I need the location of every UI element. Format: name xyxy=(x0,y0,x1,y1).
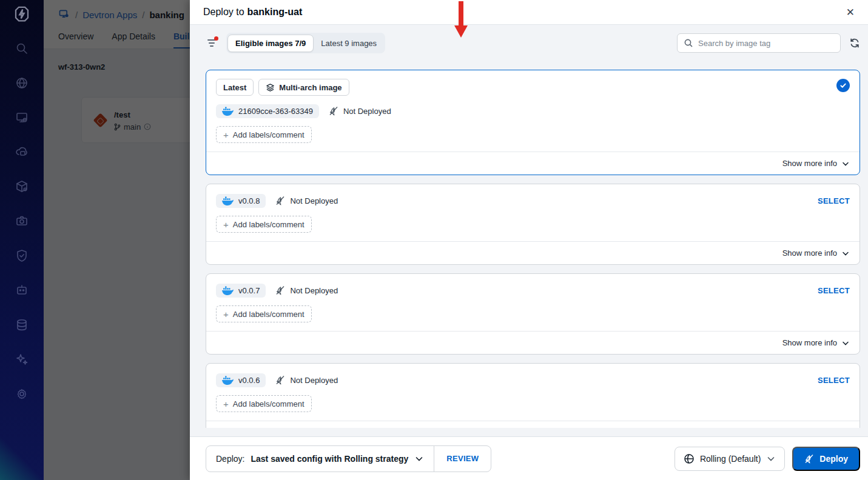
docker-icon xyxy=(222,286,234,295)
image-tag: 21609cce-363-63349 xyxy=(238,107,313,116)
docker-icon xyxy=(222,107,234,116)
search-input[interactable] xyxy=(698,39,834,48)
modal-body: Eligible images 7/9 Latest 9 images xyxy=(190,25,868,436)
filter-active-dot xyxy=(214,36,218,41)
add-labels-button[interactable]: + Add labels/comment xyxy=(216,395,312,412)
image-card: Latest Multi-arch image xyxy=(206,70,860,175)
strategy-dropdown[interactable]: Rolling (Default) xyxy=(675,447,785,471)
screen: / Devtron Apps / banking Overview App De… xyxy=(0,0,868,480)
latest-badge: Latest xyxy=(216,79,254,96)
security-icon[interactable] xyxy=(15,248,29,263)
plus-icon: + xyxy=(223,399,229,409)
add-labels-button[interactable]: + Add labels/comment xyxy=(216,126,312,143)
left-sidebar xyxy=(0,0,44,480)
close-icon[interactable]: ✕ xyxy=(846,7,855,18)
charts-icon[interactable] xyxy=(15,179,29,194)
add-labels-button[interactable]: + Add labels/comment xyxy=(216,216,312,233)
filter-icon[interactable] xyxy=(206,38,218,48)
chevron-down-icon xyxy=(841,249,850,258)
select-button[interactable]: SELECT xyxy=(818,376,850,385)
plus-icon: + xyxy=(223,130,229,140)
show-more-info[interactable]: Show more info xyxy=(206,331,860,354)
docker-icon xyxy=(222,376,234,385)
image-tag: v0.0.6 xyxy=(238,376,260,385)
image-search[interactable] xyxy=(677,33,841,53)
deploy-config-value: Last saved config with Rolling strategy xyxy=(251,454,408,464)
modal-title-env: banking-uat xyxy=(247,7,303,17)
deploy-button[interactable]: Deploy xyxy=(792,447,860,471)
image-tag-pill: v0.0.7 xyxy=(216,284,266,298)
search-icon[interactable] xyxy=(15,41,29,56)
plus-icon: + xyxy=(223,219,229,230)
jobs-icon[interactable] xyxy=(15,283,29,298)
modal-title-prefix: Deploy to xyxy=(203,7,244,17)
plus-icon: + xyxy=(223,309,229,319)
modal-header: Deploy tobanking-uat ✕ xyxy=(190,0,868,25)
review-button[interactable]: REVIEW xyxy=(434,446,491,472)
deploy-status: Not Deployed xyxy=(275,285,338,295)
deploy-config-label: Deploy: xyxy=(216,454,244,464)
image-tag-pill: v0.0.6 xyxy=(216,373,266,387)
image-card-list: Latest Multi-arch image xyxy=(206,70,860,436)
resource-browser-icon[interactable] xyxy=(15,318,29,332)
deploy-status: Not Deployed xyxy=(275,375,338,385)
image-tag-pill: 21609cce-363-63349 xyxy=(216,104,319,118)
image-tag: v0.0.8 xyxy=(238,196,260,205)
image-tag-pill: v0.0.8 xyxy=(216,194,266,208)
deploy-modal: Deploy tobanking-uat ✕ Eligible images 7… xyxy=(190,0,868,480)
app-management-icon[interactable] xyxy=(15,110,29,125)
rocket-slash-icon xyxy=(275,375,285,385)
deploy-status: Not Deployed xyxy=(275,196,338,205)
strategy-value: Rolling (Default) xyxy=(700,454,761,464)
ai-assistant-icon[interactable] xyxy=(15,352,29,367)
refresh-icon[interactable] xyxy=(849,38,860,48)
rocket-slash-icon xyxy=(275,285,285,295)
search-icon xyxy=(684,38,693,48)
select-button[interactable]: SELECT xyxy=(818,196,850,205)
layers-icon xyxy=(266,83,275,92)
devtron-logo-icon[interactable] xyxy=(13,5,31,25)
image-tag: v0.0.7 xyxy=(238,286,260,295)
image-list-toolbar: Eligible images 7/9 Latest 9 images xyxy=(206,33,860,53)
selected-check-icon[interactable] xyxy=(836,79,850,92)
deploy-config-group: Deploy: Last saved config with Rolling s… xyxy=(206,445,491,472)
multi-arch-badge: Multi-arch image xyxy=(258,79,349,96)
image-card: v0.0.8 Not Deployed SELECT + xyxy=(206,184,860,265)
chevron-down-icon xyxy=(841,159,850,168)
image-tabs: Eligible images 7/9 Latest 9 images xyxy=(226,33,385,53)
chevron-down-icon xyxy=(841,339,850,347)
applications-icon[interactable] xyxy=(15,76,29,90)
rocket-slash-icon xyxy=(329,106,338,116)
deployment-strategy-icon xyxy=(684,453,695,464)
tab-latest-images[interactable]: Latest 9 images xyxy=(314,35,384,52)
rocket-slash-icon xyxy=(275,196,285,205)
deploy-config-dropdown[interactable]: Deploy: Last saved config with Rolling s… xyxy=(206,446,434,472)
deploy-status: Not Deployed xyxy=(329,106,391,116)
rocket-icon xyxy=(804,454,814,464)
ci-cd-icon[interactable] xyxy=(15,145,29,159)
show-more-info[interactable]: Show more info xyxy=(206,241,860,264)
image-card: v0.0.6 Not Deployed SELECT + xyxy=(206,363,860,436)
registry-icon[interactable] xyxy=(15,214,29,228)
show-more-info[interactable]: Show more info xyxy=(206,152,860,175)
modal-footer: Deploy: Last saved config with Rolling s… xyxy=(190,436,868,480)
image-card: v0.0.7 Not Deployed SELECT + xyxy=(206,273,860,355)
tab-eligible-images[interactable]: Eligible images 7/9 xyxy=(227,35,314,52)
modal-title: Deploy tobanking-uat xyxy=(203,7,302,18)
chevron-down-icon xyxy=(766,454,776,464)
settings-icon[interactable] xyxy=(15,387,29,401)
docker-icon xyxy=(222,196,234,205)
select-button[interactable]: SELECT xyxy=(818,286,850,295)
add-labels-button[interactable]: + Add labels/comment xyxy=(216,305,312,322)
chevron-down-icon xyxy=(414,454,424,464)
